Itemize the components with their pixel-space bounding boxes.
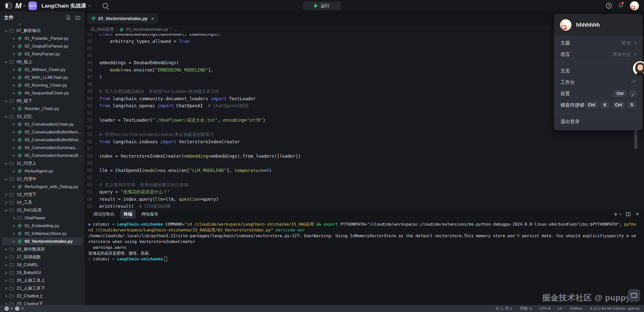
breadcrumb-segment[interactable]: 03_VectorstoreIndex.py	[126, 27, 168, 32]
line-number: 57	[85, 145, 99, 153]
panel-tab-0[interactable]: 调试控制台	[90, 210, 118, 219]
tree-file-row[interactable]: 05_ConversationSummaryBuff...	[2, 152, 83, 159]
tree-folder-row[interactable]: 12_代理中	[2, 175, 83, 183]
tree-folder-row[interactable]: 08_链上	[2, 58, 83, 66]
new-terminal-button[interactable]: +	[614, 211, 621, 217]
status-item-1[interactable]: 空格: 4	[520, 306, 532, 311]
tree-file-row[interactable]: 01_Without_Chain.py	[2, 66, 83, 74]
tree-folder-row[interactable]: 19_BabyAGI	[2, 269, 83, 276]
app-logo[interactable]: M	[15, 2, 25, 10]
tree-file-row[interactable]: 03_ConversationBufferWindo...	[2, 136, 83, 144]
menu-item-主题[interactable]: 主题暗色	[554, 37, 642, 49]
menu-item-主页[interactable]: 主页	[554, 65, 642, 77]
file-dot-icon	[13, 225, 15, 227]
panel-tab-2[interactable]: 网络服务	[138, 210, 162, 219]
tree-file-row[interactable]: 02_InMemoryStore.py	[2, 230, 83, 237]
line-number: 46	[85, 66, 99, 74]
workspace-switcher[interactable]: LangChain 实战课	[41, 2, 90, 9]
tree-file-row[interactable]: 04_ConversationSummaryMe...	[2, 144, 83, 152]
status-item-3[interactable]: LF	[558, 306, 562, 311]
menu-item-设置[interactable]: 设置Ctrl,	[554, 88, 642, 99]
tree-file-row[interactable]	[2, 24, 83, 27]
tree-item-label: 08_链上	[17, 59, 32, 65]
tree-folder-row[interactable]: 09_链下	[2, 97, 83, 105]
new-folder-icon[interactable]	[75, 15, 80, 20]
ide-window: M </> LangChain 实战课 运行 ?	[0, 0, 644, 312]
file-dot-icon	[13, 92, 15, 94]
tree-folder-row[interactable]: 21_人脉工具下	[2, 284, 83, 292]
split-panel-icon[interactable]	[626, 212, 631, 216]
line-number: 58	[85, 153, 99, 160]
python-file-icon	[18, 83, 22, 87]
tree-file-row[interactable]: 01_Pydantic_Parser.py	[2, 34, 83, 42]
tree-file-row[interactable]: 01_ConversationChain.py	[2, 120, 83, 128]
run-button[interactable]: 运行	[303, 2, 341, 10]
menu-item-键盘快捷键[interactable]: 键盘快捷键CtrlKCtrlS	[554, 99, 642, 111]
chevron-right-icon	[4, 303, 7, 305]
warnings-icon[interactable]: !	[15, 306, 19, 311]
plus-icon: +	[614, 211, 618, 217]
tree-file-row[interactable]: 04_SequentialChain.py	[2, 89, 83, 97]
tree-folder-row[interactable]: 17_回调函数	[2, 253, 83, 261]
editor-tab[interactable]: 03_VectorstoreIndex.py ×	[87, 13, 158, 24]
tree-file-row[interactable]: 02_OutputFixParser.py	[2, 42, 83, 50]
file-dot-icon	[13, 123, 15, 125]
tree-file-row[interactable]: 03_Running_Chain.py	[2, 81, 83, 89]
tree-folder-row[interactable]: 10_记忆	[2, 113, 83, 120]
breadcrumb-segment[interactable]: 15_RAG应用	[90, 27, 114, 32]
status-item-5[interactable]: 3.12.2 64-bit ('shims': pyenv)	[590, 306, 639, 311]
help-icon[interactable]: ?	[606, 3, 612, 9]
menu-item-label: 主题	[560, 40, 570, 46]
new-file-icon[interactable]	[66, 15, 71, 20]
tree-folder-row[interactable]: 07_解析输出	[2, 27, 83, 34]
tree-file-row[interactable]: 01_Embedding.py	[2, 222, 83, 230]
tree-item-label: Rounter_Chain.py	[25, 106, 59, 111]
tree-folder-row[interactable]: 15_RAG应用	[2, 206, 83, 214]
notifications-button[interactable]	[618, 3, 623, 9]
menu-item-语言[interactable]: 语言简体中文	[554, 49, 642, 60]
errors-icon[interactable]: ×	[5, 306, 9, 311]
code-text: class DoubaoEmbeddings(BaseModel, Embedd…	[99, 34, 221, 38]
tree-folder-row[interactable]: 20_人脉工具上	[2, 276, 83, 284]
tree-file-row[interactable]: 03_RetryParser.py	[2, 50, 83, 58]
terminal-cursor	[164, 257, 167, 261]
menu-item-工作台[interactable]: 工作台	[554, 77, 642, 88]
tree-folder-row[interactable]: 23_Chatbot下	[2, 300, 83, 305]
status-item-2[interactable]: UTF-8	[540, 306, 551, 311]
tree-folder-row[interactable]: 22_Chatbot上	[2, 292, 83, 300]
command-status-dot	[88, 223, 91, 226]
tree-file-row[interactable]: 02_ConversationBufferMemor...	[2, 128, 83, 136]
breadcrumb-segment[interactable]: ...	[174, 27, 177, 32]
mini-window-button[interactable]	[628, 289, 640, 302]
line-number: 59	[85, 160, 99, 167]
tree-folder-row[interactable]: OneFlower	[2, 214, 83, 222]
top-bar: M </> LangChain 实战课 运行 ?	[0, 0, 644, 12]
panel-tab-1[interactable]: 终端	[120, 210, 136, 219]
tree-file-row[interactable]: 02_With_LLMChain.py	[2, 74, 83, 81]
menu-divider	[554, 113, 642, 113]
tree-folder-row[interactable]: 11_代理上	[2, 159, 83, 167]
tree-folder-row[interactable]: 14_工具	[2, 198, 83, 206]
tree-file-row[interactable]: 03_VectorstoreIndex.py	[2, 237, 83, 245]
warnings-count[interactable]: 0	[21, 306, 24, 311]
file-dot-icon	[13, 139, 15, 141]
tree-file-row[interactable]: ReActAgent.py	[2, 167, 83, 175]
status-item-4[interactable]: Python	[570, 306, 582, 311]
tree-item-label: 07_解析输出	[17, 28, 41, 33]
search-icon[interactable]	[103, 3, 108, 8]
menu-item-退出登录[interactable]: 退出登录	[554, 116, 642, 127]
tree-folder-row[interactable]: 13_代理下	[2, 191, 83, 198]
tree-folder-row[interactable]: 18_CAMEL	[2, 261, 83, 269]
tree-folder-row[interactable]: 16_操作数据库	[2, 245, 83, 253]
errors-count[interactable]: 0	[11, 306, 13, 311]
chevron-down-icon	[5, 177, 7, 180]
close-tab-icon[interactable]: ×	[151, 16, 154, 21]
tree-file-row[interactable]: ReActAgent_with_Debug.py	[2, 183, 83, 191]
close-panel-icon[interactable]: ×	[636, 211, 639, 217]
sidebar-toggle-icon[interactable]	[5, 3, 12, 9]
tree-item-label: 04_ConversationSummaryMe...	[25, 145, 83, 150]
tree-file-row[interactable]: Rounter_Chain.py	[2, 105, 83, 113]
status-item-0[interactable]: 行 1, 列 1	[496, 306, 512, 311]
tree-item-label: 12_代理中	[17, 176, 36, 182]
user-avatar[interactable]	[630, 1, 639, 10]
